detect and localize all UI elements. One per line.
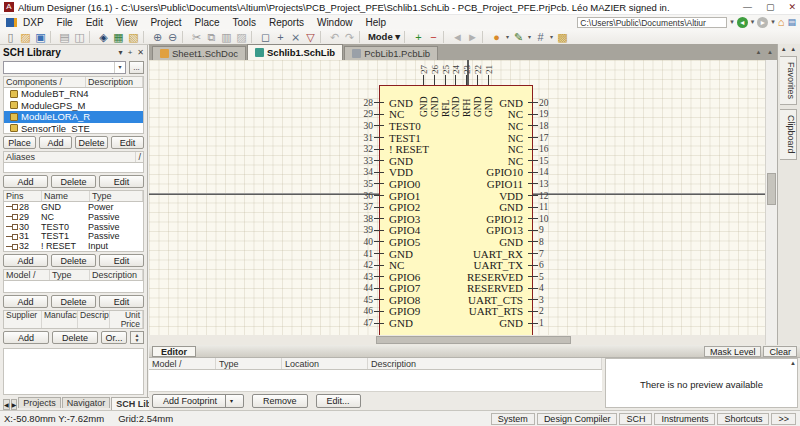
toolbar-icon[interactable]: ⊖ — [165, 30, 180, 44]
browse-button[interactable]: ... — [129, 61, 144, 74]
toolbar-icon[interactable]: ▾ — [548, 30, 555, 44]
status-bar-button[interactable]: Shortcuts — [717, 413, 769, 425]
menu-item[interactable]: Window — [317, 17, 353, 28]
pin-list-row[interactable]: 29NCPassive — [4, 212, 143, 222]
schematic-canvas[interactable]: 27GND26GND25RFL24GND23RFH22GND21GND 28GN… — [149, 60, 765, 345]
status-bar-button[interactable]: Instruments — [654, 413, 715, 425]
menu-item[interactable]: Tools — [233, 17, 256, 28]
component-pin-row[interactable]: 31TEST1NC17 — [350, 132, 562, 144]
component-pin-row[interactable]: 38GPIO3GPIO1210 — [350, 213, 562, 225]
toolbar-icon[interactable] — [50, 31, 55, 43]
tab-scroll-icons[interactable]: ▲ ▲ — [755, 49, 775, 55]
component-pin-row[interactable]: 44GPIO7RESERVED4 — [350, 283, 562, 295]
footprint-column-header[interactable]: Location — [282, 358, 368, 369]
right-panel-tab[interactable]: Clipboard — [780, 109, 797, 160]
document-tab[interactable]: Sheet1.SchDoc — [152, 46, 246, 60]
manufacturer-column-header[interactable]: Manufactu — [42, 311, 78, 328]
component-pin-row[interactable]: 40GPIO5GND8 — [350, 236, 562, 248]
status-bar-button[interactable]: >> — [771, 413, 796, 425]
toolbar-icon[interactable]: ▣ — [33, 30, 48, 44]
home-icon[interactable]: ⌂ — [778, 17, 785, 28]
vertical-scroll-thumb[interactable] — [767, 173, 776, 205]
address-dropdown-icon[interactable]: ▾ — [730, 18, 734, 26]
footprint-column-header[interactable]: Model / — [149, 358, 216, 369]
toolbar-icon[interactable]: − — [426, 30, 441, 44]
tabs-scroll-left-icon[interactable]: ◀ — [3, 399, 10, 410]
edit-footprint-button[interactable]: Edit... — [316, 394, 361, 408]
component-pin-row[interactable]: 32! RESETNC16 — [350, 143, 562, 155]
component-pin-row[interactable]: 33GNDNC15 — [350, 155, 562, 167]
panel-tab[interactable]: Projects — [18, 397, 61, 408]
component-pin-row[interactable]: 42NCUART_TX6 — [350, 259, 562, 271]
alias-action-button[interactable]: Edit — [99, 175, 144, 188]
menu-item[interactable]: File — [57, 17, 73, 28]
preview-scroll-icon[interactable]: ▲ — [790, 360, 796, 366]
nav-forward-dropdown-icon[interactable]: ▾ — [771, 18, 775, 26]
component-pin-row[interactable]: 46GPIO9UART_RTS2 — [350, 306, 562, 318]
model-type-column-header[interactable]: Type — [50, 270, 90, 280]
combo-dropdown-icon[interactable]: ▾ — [114, 62, 125, 73]
unit-price-column-header[interactable]: Unit Price — [110, 311, 143, 328]
component-action-button[interactable]: Place — [3, 136, 36, 149]
component-pin-row[interactable]: 47GNDGND1 — [350, 317, 562, 329]
toolbar-icon[interactable] — [482, 31, 487, 43]
description-column-header[interactable]: Description — [86, 77, 143, 87]
window-control-button[interactable]: ✕ — [788, 2, 796, 12]
component-pin-row[interactable]: 45GPIO8UART_CTS3 — [350, 294, 562, 306]
model-column-header[interactable]: Model / — [4, 270, 50, 280]
component-action-button[interactable]: Delete — [75, 136, 108, 149]
toolbar-icon[interactable] — [320, 31, 325, 43]
editor-button[interactable]: Editor — [152, 346, 196, 357]
footprint-column-header[interactable]: Description — [368, 358, 602, 369]
toolbar-icon[interactable]: ◄ — [450, 30, 465, 44]
document-tab[interactable]: Schlib1.SchLib — [247, 44, 343, 60]
status-bar-button[interactable]: System — [491, 413, 535, 425]
window-control-button[interactable]: ▢ — [766, 2, 775, 12]
window-control-button[interactable]: — — [743, 2, 752, 12]
toolbar-icon[interactable]: # — [533, 30, 548, 44]
toolbar-icon[interactable] — [182, 31, 187, 43]
supplier-add-button[interactable]: Add — [3, 331, 49, 344]
menu-item[interactable]: DXP — [23, 17, 44, 28]
aliases-column-header[interactable]: Aliases — [4, 152, 136, 162]
tabs-scroll-right-icon[interactable]: ▶ — [11, 399, 18, 410]
panel-header-icon[interactable]: + — [128, 48, 133, 57]
component-pin-row[interactable]: 39GPIO4GPIO139 — [350, 225, 562, 237]
alias-action-button[interactable]: Add — [3, 175, 48, 188]
component-list-item[interactable]: ModuleLORA_R — [4, 111, 143, 123]
model-description-column-header[interactable]: Description — [90, 270, 143, 280]
component-pin-row[interactable]: 29NCNC19 — [350, 109, 562, 121]
name-column-header[interactable]: Name — [42, 191, 90, 201]
horizontal-scroll-thumb[interactable] — [376, 336, 571, 344]
mask-level-button[interactable]: Mask Level — [704, 346, 762, 357]
toolbar-icon[interactable]: ▽ — [303, 30, 318, 44]
toolbar-icon[interactable] — [89, 31, 94, 43]
clear-button[interactable]: Clear — [763, 346, 797, 357]
menu-item[interactable]: Help — [366, 17, 387, 28]
toolbar-icon[interactable]: ◫ — [72, 30, 87, 44]
component-pin-row[interactable]: 28GNDGND20 — [350, 97, 562, 109]
toolbar-icon[interactable] — [359, 31, 364, 43]
supplier-delete-button[interactable]: Delete — [52, 331, 98, 344]
component-pin-row[interactable]: 37GPIO2GND11 — [350, 201, 562, 213]
supplier-column-header[interactable]: Supplier — [4, 311, 42, 328]
component-action-button[interactable]: Add — [39, 136, 72, 149]
toolbar-icon[interactable] — [404, 31, 409, 43]
components-column-header[interactable]: Components / — [4, 77, 86, 87]
toolbar-icon[interactable]: ▨ — [18, 30, 33, 44]
type-column-header[interactable]: Type — [90, 191, 143, 201]
address-input[interactable]: C:\Users\Public\Documents\Altiur — [577, 17, 727, 28]
schematic-component[interactable]: 27GND26GND25RFL24GND23RFH22GND21GND 28GN… — [350, 85, 562, 338]
toolbar-icon[interactable]: ◻ — [258, 30, 273, 44]
component-pin-row[interactable]: 43GPIO6RESERVED5 — [350, 271, 562, 283]
model-action-button[interactable]: Delete — [51, 295, 96, 308]
panel-scroll-icons[interactable]: ▲ ▲ — [778, 44, 800, 52]
supplier-order-button[interactable]: Or... — [101, 331, 127, 344]
alias-action-button[interactable]: Delete — [51, 175, 96, 188]
panel-tab[interactable]: Navigator — [62, 397, 111, 408]
pin-action-button[interactable]: Edit — [99, 254, 144, 267]
component-pin-row[interactable]: 41GNDUART_RX7 — [350, 248, 562, 260]
component-pin-row[interactable]: 30TEST0NC18 — [350, 120, 562, 132]
pin-action-button[interactable]: Add — [3, 254, 48, 267]
footprint-column-header[interactable]: Type — [216, 358, 282, 369]
